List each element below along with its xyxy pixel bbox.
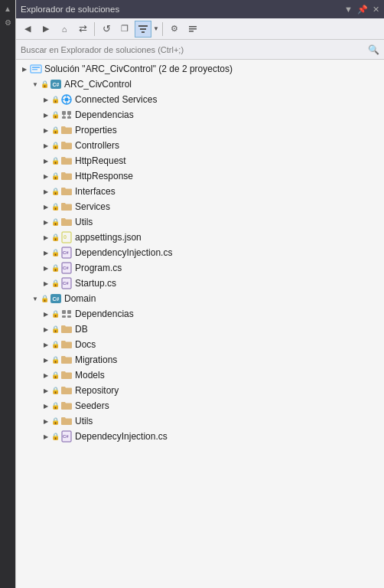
project1-label: ARC_CivControl — [64, 79, 132, 90]
db-expand[interactable] — [41, 324, 51, 335]
filter-icon — [138, 24, 148, 34]
settings-button[interactable]: ⚙ — [166, 21, 183, 38]
db-node[interactable]: 🔒 DB — [16, 322, 384, 337]
seeders-label: Seeders — [75, 400, 109, 411]
connected-services-node[interactable]: 🔒 Connected Services — [16, 92, 384, 107]
interfaces-label: Interfaces — [75, 186, 116, 197]
docs-node[interactable]: 🔒 Docs — [16, 337, 384, 352]
httpresponse-folder-icon — [60, 170, 73, 182]
depinjection2-node[interactable]: 🔒 C# DependecyInjection.cs — [16, 429, 384, 444]
properties-button[interactable] — [184, 21, 201, 38]
depinjection2-lock: 🔒 — [51, 433, 60, 440]
dropdown-btn[interactable]: ▼ — [344, 5, 353, 14]
program-expand[interactable] — [41, 263, 51, 273]
svg-rect-33 — [62, 310, 66, 314]
svg-rect-20 — [67, 116, 71, 119]
appsettings-json-icon: {} — [60, 231, 73, 243]
svg-rect-0 — [138, 25, 148, 27]
utils2-expand[interactable] — [41, 416, 51, 426]
project1-expand-arrow[interactable] — [30, 79, 41, 90]
interfaces-lock: 🔒 — [51, 188, 60, 195]
solution-expand-arrow[interactable] — [19, 64, 30, 74]
svg-rect-19 — [62, 116, 66, 119]
forward-button[interactable]: ▶ — [37, 21, 54, 38]
project2-node[interactable]: 🔒 C# Domain — [16, 291, 384, 306]
properties-icon — [187, 24, 198, 34]
sync-button[interactable]: ⇄ — [74, 21, 91, 38]
repository-node[interactable]: 🔒 Repository — [16, 383, 384, 398]
svg-text:C#: C# — [53, 296, 60, 302]
depinjection2-cs-icon: C# — [60, 430, 73, 443]
back-button[interactable]: ◀ — [19, 21, 36, 38]
dep2-node[interactable]: 🔒 Dependencias — [16, 306, 384, 322]
tree-area[interactable]: Solución "ARC_CivControl" (2 de 2 proyec… — [16, 60, 384, 588]
depinjection1-lock: 🔒 — [51, 249, 60, 256]
httprequest-label: HttpRequest — [75, 155, 126, 166]
models-node[interactable]: 🔒 Models — [16, 368, 384, 383]
docs-expand[interactable] — [41, 339, 51, 350]
migrations-node[interactable]: 🔒 Migrations — [16, 352, 384, 368]
utils1-node[interactable]: 🔒 Utils — [16, 214, 384, 230]
startup-expand[interactable] — [41, 278, 51, 289]
startup-node[interactable]: 🔒 C# Startup.cs — [16, 276, 384, 291]
dep2-expand[interactable] — [41, 309, 51, 319]
utils1-expand[interactable] — [41, 217, 51, 227]
controllers-node[interactable]: 🔒 Controllers — [16, 138, 384, 153]
appsettings-node[interactable]: 🔒 {} appsettings.json — [16, 230, 384, 245]
properties-expand[interactable] — [41, 125, 51, 136]
dep2-lock: 🔒 — [51, 310, 60, 318]
models-folder-icon — [60, 369, 73, 381]
filter-dropdown-arrow[interactable]: ▼ — [153, 25, 159, 32]
properties-node[interactable]: 🔒 Properties — [16, 122, 384, 138]
dep1-expand[interactable] — [41, 109, 51, 120]
solution-node[interactable]: Solución "ARC_CivControl" (2 de 2 proyec… — [16, 61, 384, 77]
interfaces-node[interactable]: 🔒 Interfaces — [16, 184, 384, 199]
pin-btn[interactable]: 📌 — [357, 5, 368, 15]
search-input[interactable] — [21, 45, 368, 54]
program-label: Program.cs — [75, 263, 122, 273]
depinjection2-expand[interactable] — [41, 431, 51, 442]
program-node[interactable]: 🔒 C# Program.cs — [16, 260, 384, 276]
project2-lock-icon: 🔒 — [41, 295, 49, 302]
project1-node[interactable]: 🔒 C# ARC_CivControl — [16, 77, 384, 92]
httpresponse-expand[interactable] — [41, 171, 51, 181]
services-expand[interactable] — [41, 201, 51, 212]
refresh-button[interactable]: ↺ — [98, 21, 115, 38]
properties-lock: 🔒 — [51, 126, 60, 134]
project2-expand-arrow[interactable] — [30, 293, 41, 304]
utils1-label: Utils — [75, 217, 93, 227]
connected-expand[interactable] — [41, 94, 51, 105]
migrations-expand[interactable] — [41, 354, 51, 365]
utils2-node[interactable]: 🔒 Utils — [16, 413, 384, 429]
svg-rect-1 — [140, 28, 146, 30]
utils2-label: Utils — [75, 416, 93, 426]
filter-button[interactable] — [135, 21, 151, 38]
services-node[interactable]: 🔒 Services — [16, 199, 384, 214]
httprequest-node[interactable]: 🔒 HttpRequest — [16, 153, 384, 168]
models-expand[interactable] — [41, 370, 51, 381]
interfaces-expand[interactable] — [41, 186, 51, 197]
repository-expand[interactable] — [41, 385, 51, 396]
project2-icon: C# — [50, 292, 62, 305]
title-bar-right: ▼ 📌 ✕ — [344, 5, 379, 15]
docs-lock: 🔒 — [51, 341, 60, 348]
controllers-expand[interactable] — [41, 140, 51, 151]
search-icon: 🔍 — [368, 44, 379, 55]
seeders-expand[interactable] — [41, 400, 51, 411]
utils1-lock: 🔒 — [51, 218, 60, 226]
copy-button[interactable]: ❐ — [116, 21, 133, 38]
seeders-node[interactable]: 🔒 Seeders — [16, 398, 384, 413]
utils1-folder-icon — [60, 216, 73, 228]
dependencias1-node[interactable]: 🔒 Dependencias — [16, 107, 384, 122]
httpresponse-lock: 🔒 — [51, 172, 60, 180]
svg-rect-17 — [62, 111, 66, 115]
httprequest-expand[interactable] — [41, 155, 51, 166]
dep1-lock: 🔒 — [51, 111, 60, 119]
depinjection1-node[interactable]: 🔒 C# DependencyInjection.cs — [16, 245, 384, 260]
appsettings-expand[interactable] — [41, 232, 51, 243]
httpresponse-node[interactable]: 🔒 HttpResponse — [16, 168, 384, 184]
close-btn[interactable]: ✕ — [373, 5, 379, 15]
home-button[interactable]: ⌂ — [56, 21, 73, 38]
depinjection1-expand[interactable] — [41, 247, 51, 258]
controllers-label: Controllers — [75, 140, 119, 151]
